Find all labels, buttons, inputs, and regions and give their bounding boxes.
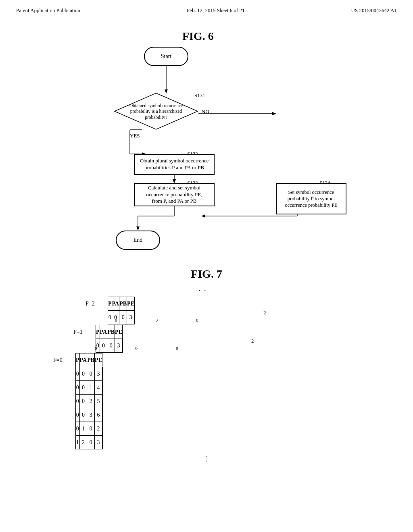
svg-marker-11 bbox=[136, 227, 140, 231]
header-left: Patent Application Publication bbox=[16, 7, 80, 14]
f1-pe-val: 2 bbox=[251, 338, 254, 344]
diamond-text: Obtained symbol occurrenceprobability is… bbox=[121, 103, 191, 120]
page-header: Patent Application Publication Feb. 12, … bbox=[0, 0, 413, 14]
fig6-area: FIG. 6 bbox=[0, 14, 413, 260]
svg-marker-16 bbox=[201, 214, 205, 218]
f2-label: F=2 bbox=[86, 301, 95, 307]
s133-box: Calculate and set symboloccurrence proba… bbox=[134, 183, 215, 206]
fig7-area: FIG. 7 · · F=2 P PA PB PE 0 0 0 3 bbox=[0, 268, 413, 463]
yes-label: YES bbox=[130, 133, 140, 139]
header-middle: Feb. 12, 2015 Sheet 6 of 21 bbox=[187, 7, 245, 14]
f0-table: P PA PB PE 0 0 0 3 0 0 1 4 bbox=[75, 353, 103, 449]
fig7-title: FIG. 7 bbox=[191, 268, 222, 281]
start-node: Start bbox=[144, 47, 188, 66]
s132-box: Obtain plural symbol occurrenceprobabili… bbox=[134, 154, 215, 175]
bottom-dots: ⋮ bbox=[202, 454, 211, 463]
header-right: US 2015/0043642 A1 bbox=[351, 7, 397, 14]
f1-label: F=1 bbox=[73, 329, 83, 335]
diamond-node: Obtained symbol occurrenceprobability is… bbox=[114, 92, 198, 131]
flowchart-svg bbox=[49, 30, 364, 260]
top-decoration: · · bbox=[86, 287, 327, 295]
f0-label: F=0 bbox=[53, 357, 63, 364]
no-label: NO bbox=[202, 108, 209, 115]
svg-marker-13 bbox=[272, 112, 276, 115]
s134-box: Set symbol occurrenceprobability P to sy… bbox=[276, 183, 346, 214]
end-node: End bbox=[116, 231, 160, 250]
stacked-tables: F=2 P PA PB PE 0 0 0 3 F=1 bbox=[75, 297, 358, 450]
f2-pe-val: 2 bbox=[263, 310, 266, 316]
